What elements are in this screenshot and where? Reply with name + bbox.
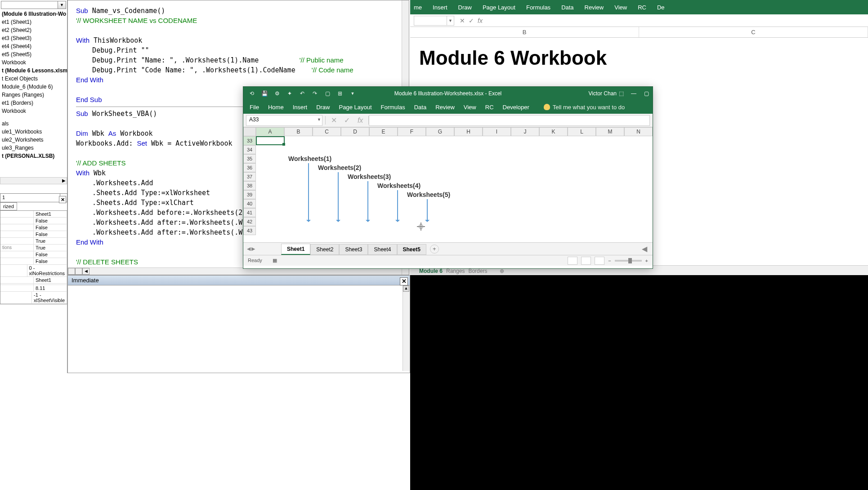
sheet-tab[interactable]: Sheet5 bbox=[397, 244, 426, 255]
tree-item[interactable]: Ranges (Ranges) bbox=[0, 91, 67, 99]
ribbon-tab-developer[interactable]: Developer bbox=[503, 104, 529, 111]
immediate-body[interactable]: ▲ bbox=[68, 285, 410, 371]
close-icon[interactable]: ✕ bbox=[59, 196, 66, 203]
prop-value[interactable]: 8.11 bbox=[34, 285, 67, 291]
name-box[interactable]: ▼ bbox=[414, 16, 454, 26]
prop-value[interactable]: -1 - xlSheetVisible bbox=[32, 292, 67, 303]
tree-item[interactable]: et1 (Borders) bbox=[0, 99, 67, 107]
ribbon-tab[interactable]: Formulas bbox=[526, 4, 550, 11]
cells-area[interactable]: Worksheets(1) Worksheets(2) Worksheets(3… bbox=[256, 136, 653, 242]
column-header[interactable]: F bbox=[398, 127, 426, 136]
dropdown-arrow-icon[interactable]: ▼ bbox=[58, 1, 66, 9]
row-header[interactable]: 34 bbox=[243, 145, 256, 154]
column-header[interactable]: B bbox=[284, 127, 313, 136]
immediate-titlebar[interactable]: Immediate ✕ bbox=[68, 276, 410, 285]
column-header[interactable]: K bbox=[539, 127, 568, 136]
close-icon[interactable]: ✕ bbox=[400, 277, 408, 285]
column-header[interactable]: E bbox=[369, 127, 398, 136]
ribbon-tab-pagelayout[interactable]: Page Layout bbox=[339, 104, 372, 111]
prop-value[interactable]: 0 - xlNoRestrictions bbox=[27, 265, 67, 276]
tree-item[interactable]: et2 (Sheet2) bbox=[0, 26, 67, 34]
row-header[interactable]: 43 bbox=[243, 226, 256, 235]
sheet-tab[interactable]: Sheet2 bbox=[310, 244, 339, 255]
tab-nav-next-icon[interactable]: ▶ bbox=[251, 246, 255, 252]
add-sheet-icon[interactable]: + bbox=[430, 245, 439, 254]
prop-value[interactable]: Sheet1 bbox=[34, 211, 67, 217]
normal-view-icon[interactable] bbox=[568, 257, 577, 265]
ribbon-tab[interactable]: RC bbox=[638, 4, 646, 11]
project-dropdown[interactable]: ▼ bbox=[1, 1, 66, 9]
tree-project[interactable]: (Module 6 Illustration-Wo bbox=[0, 10, 67, 18]
ribbon-tab-review[interactable]: Review bbox=[435, 104, 455, 111]
macro-record-icon[interactable]: ▦ bbox=[273, 258, 277, 263]
titlebar[interactable]: ⟲ 💾 ⚙ ✦ ↶ ↷ ▢ ⊞ ▼ Module 6 Illustration-… bbox=[243, 87, 653, 100]
row-header[interactable]: 39 bbox=[243, 190, 256, 199]
prop-value[interactable]: True bbox=[34, 238, 67, 244]
tree-item[interactable]: Module_6 (Module 6) bbox=[0, 83, 67, 91]
ribbon-tab[interactable]: me bbox=[414, 4, 422, 11]
pagebreak-view-icon[interactable] bbox=[595, 257, 604, 265]
tree-item[interactable]: et5 (Sheet5) bbox=[0, 50, 67, 58]
ribbon-tab[interactable]: Insert bbox=[433, 4, 447, 11]
sheet-tab[interactable]: Sheet1 bbox=[281, 244, 310, 255]
row-header[interactable]: 36 bbox=[243, 163, 256, 172]
tree-project[interactable]: t (Module 6 Lessons.xlsm) bbox=[0, 67, 67, 75]
redo-icon[interactable]: ↷ bbox=[311, 89, 319, 98]
prop-value[interactable]: Sheet1 bbox=[34, 277, 67, 283]
fill-handle[interactable] bbox=[282, 143, 285, 146]
row-header[interactable]: 40 bbox=[243, 199, 256, 208]
dropdown-arrow-icon[interactable]: ▼ bbox=[447, 16, 454, 25]
ribbon-tab-formulas[interactable]: Formulas bbox=[381, 104, 405, 111]
minimize-icon[interactable]: — bbox=[627, 87, 640, 100]
worksheet-grid[interactable]: A B C D E F G H I J K L M N 33 34 35 36 … bbox=[243, 127, 653, 242]
qat-icon[interactable]: ▢ bbox=[323, 89, 331, 98]
properties-object-selector[interactable]: 1 ▼ bbox=[0, 193, 67, 202]
ribbon-tab-draw[interactable]: Draw bbox=[316, 104, 330, 111]
sheet-tab[interactable]: Sheet3 bbox=[339, 244, 368, 255]
fx-icon[interactable]: fx bbox=[478, 17, 483, 24]
immediate-scrollbar[interactable]: ▲ bbox=[403, 285, 410, 371]
save-icon[interactable]: 💾 bbox=[260, 89, 268, 98]
column-header[interactable]: H bbox=[454, 127, 483, 136]
row-header[interactable]: 38 bbox=[243, 181, 256, 190]
column-header[interactable]: N bbox=[624, 127, 653, 136]
row-header[interactable]: 41 bbox=[243, 208, 256, 217]
formula-input[interactable] bbox=[369, 115, 650, 126]
row-header[interactable]: 33 bbox=[243, 136, 256, 145]
column-header[interactable]: J bbox=[511, 127, 539, 136]
scroll-left-icon[interactable]: ◀ bbox=[82, 268, 89, 275]
zoom-slider[interactable] bbox=[615, 260, 642, 262]
qat-icon[interactable]: ⚙ bbox=[273, 89, 281, 98]
pagelayout-view-icon[interactable] bbox=[581, 257, 591, 265]
ribbon-tab-rc[interactable]: RC bbox=[485, 104, 494, 111]
ribbon-tab-home[interactable]: Home bbox=[268, 104, 284, 111]
name-box[interactable]: A33 ▼ bbox=[246, 115, 322, 126]
ribbon-tab[interactable]: View bbox=[614, 4, 627, 11]
cancel-icon[interactable]: ✕ bbox=[460, 17, 465, 24]
view-fullmodule-icon[interactable] bbox=[75, 268, 82, 275]
cancel-icon[interactable]: ✕ bbox=[331, 116, 337, 124]
qat-more-icon[interactable]: ▼ bbox=[349, 89, 357, 98]
user-name[interactable]: Victor Chan bbox=[589, 90, 617, 97]
ribbon-tab-insert[interactable]: Insert bbox=[293, 104, 308, 111]
zoom-in-icon[interactable]: + bbox=[645, 258, 648, 263]
ribbon-tab[interactable]: Review bbox=[585, 4, 604, 11]
ribbon-options-icon[interactable]: ⬚ bbox=[615, 87, 627, 100]
tree-item[interactable]: ule3_Ranges bbox=[0, 144, 67, 152]
active-cell[interactable] bbox=[256, 136, 285, 145]
ribbon-tab[interactable]: Data bbox=[561, 4, 573, 11]
prop-value[interactable]: False bbox=[34, 218, 67, 224]
scroll-up-icon[interactable]: ▲ bbox=[403, 285, 409, 292]
ribbon-tab[interactable]: Draw bbox=[458, 4, 472, 11]
horizontal-scroll-left-icon[interactable]: ◀ bbox=[642, 245, 647, 253]
tree-item[interactable]: t Excel Objects bbox=[0, 75, 67, 83]
row-header[interactable]: 37 bbox=[243, 172, 256, 181]
properties-tab[interactable]: rized bbox=[0, 202, 17, 210]
scroll-right-icon[interactable]: ▶ bbox=[62, 178, 66, 183]
column-header[interactable]: D bbox=[341, 127, 369, 136]
column-header[interactable]: C bbox=[313, 127, 341, 136]
tree-project[interactable]: t (PERSONAL.XLSB) bbox=[0, 152, 67, 160]
column-header[interactable]: L bbox=[568, 127, 596, 136]
tree-item[interactable]: Workbook bbox=[0, 107, 67, 115]
tree-item[interactable]: et3 (Sheet3) bbox=[0, 34, 67, 42]
